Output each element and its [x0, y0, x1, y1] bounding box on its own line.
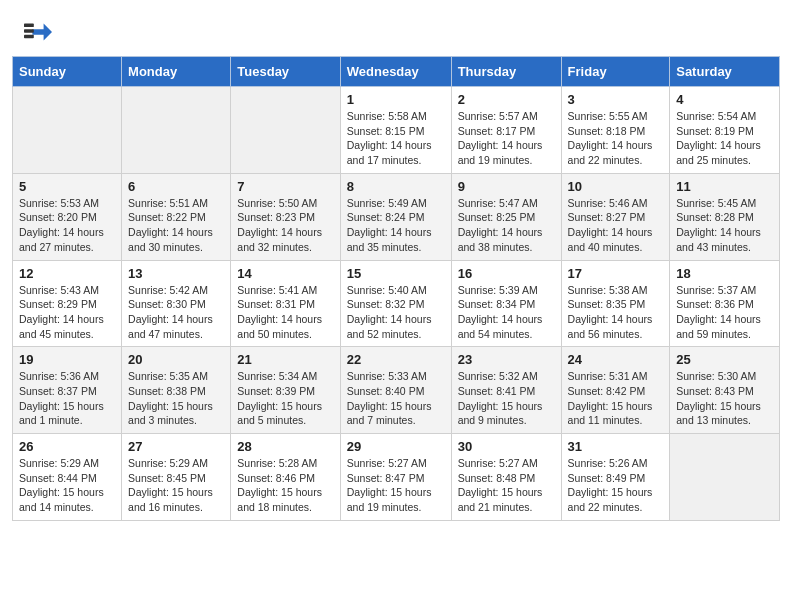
calendar-week-row: 12Sunrise: 5:43 AM Sunset: 8:29 PM Dayli…	[13, 260, 780, 347]
calendar-day-cell: 19Sunrise: 5:36 AM Sunset: 8:37 PM Dayli…	[13, 347, 122, 434]
calendar-day-cell: 16Sunrise: 5:39 AM Sunset: 8:34 PM Dayli…	[451, 260, 561, 347]
calendar-day-cell: 9Sunrise: 5:47 AM Sunset: 8:25 PM Daylig…	[451, 173, 561, 260]
calendar-week-row: 5Sunrise: 5:53 AM Sunset: 8:20 PM Daylig…	[13, 173, 780, 260]
day-number: 26	[19, 439, 115, 454]
svg-rect-4	[24, 35, 34, 39]
day-number: 23	[458, 352, 555, 367]
day-number: 19	[19, 352, 115, 367]
day-info: Sunrise: 5:51 AM Sunset: 8:22 PM Dayligh…	[128, 196, 224, 255]
day-of-week-header: Monday	[122, 57, 231, 87]
calendar-day-cell: 15Sunrise: 5:40 AM Sunset: 8:32 PM Dayli…	[340, 260, 451, 347]
calendar-header: SundayMondayTuesdayWednesdayThursdayFrid…	[13, 57, 780, 87]
calendar-day-cell: 25Sunrise: 5:30 AM Sunset: 8:43 PM Dayli…	[670, 347, 780, 434]
day-info: Sunrise: 5:34 AM Sunset: 8:39 PM Dayligh…	[237, 369, 333, 428]
calendar-day-cell: 27Sunrise: 5:29 AM Sunset: 8:45 PM Dayli…	[122, 434, 231, 521]
day-number: 18	[676, 266, 773, 281]
day-number: 11	[676, 179, 773, 194]
day-number: 3	[568, 92, 664, 107]
day-info: Sunrise: 5:42 AM Sunset: 8:30 PM Dayligh…	[128, 283, 224, 342]
day-number: 8	[347, 179, 445, 194]
day-number: 30	[458, 439, 555, 454]
day-header-row: SundayMondayTuesdayWednesdayThursdayFrid…	[13, 57, 780, 87]
day-number: 9	[458, 179, 555, 194]
calendar-day-cell: 20Sunrise: 5:35 AM Sunset: 8:38 PM Dayli…	[122, 347, 231, 434]
calendar-day-cell	[231, 87, 340, 174]
day-info: Sunrise: 5:58 AM Sunset: 8:15 PM Dayligh…	[347, 109, 445, 168]
day-info: Sunrise: 5:28 AM Sunset: 8:46 PM Dayligh…	[237, 456, 333, 515]
day-number: 6	[128, 179, 224, 194]
calendar-day-cell: 8Sunrise: 5:49 AM Sunset: 8:24 PM Daylig…	[340, 173, 451, 260]
day-info: Sunrise: 5:31 AM Sunset: 8:42 PM Dayligh…	[568, 369, 664, 428]
calendar-day-cell: 5Sunrise: 5:53 AM Sunset: 8:20 PM Daylig…	[13, 173, 122, 260]
calendar-day-cell: 18Sunrise: 5:37 AM Sunset: 8:36 PM Dayli…	[670, 260, 780, 347]
day-number: 29	[347, 439, 445, 454]
day-info: Sunrise: 5:57 AM Sunset: 8:17 PM Dayligh…	[458, 109, 555, 168]
day-info: Sunrise: 5:30 AM Sunset: 8:43 PM Dayligh…	[676, 369, 773, 428]
day-info: Sunrise: 5:50 AM Sunset: 8:23 PM Dayligh…	[237, 196, 333, 255]
day-info: Sunrise: 5:32 AM Sunset: 8:41 PM Dayligh…	[458, 369, 555, 428]
day-of-week-header: Saturday	[670, 57, 780, 87]
svg-marker-1	[32, 24, 52, 41]
calendar-day-cell: 12Sunrise: 5:43 AM Sunset: 8:29 PM Dayli…	[13, 260, 122, 347]
day-info: Sunrise: 5:35 AM Sunset: 8:38 PM Dayligh…	[128, 369, 224, 428]
day-number: 24	[568, 352, 664, 367]
day-info: Sunrise: 5:27 AM Sunset: 8:48 PM Dayligh…	[458, 456, 555, 515]
calendar-day-cell: 11Sunrise: 5:45 AM Sunset: 8:28 PM Dayli…	[670, 173, 780, 260]
logo-icon	[24, 18, 52, 46]
day-info: Sunrise: 5:36 AM Sunset: 8:37 PM Dayligh…	[19, 369, 115, 428]
calendar-day-cell: 29Sunrise: 5:27 AM Sunset: 8:47 PM Dayli…	[340, 434, 451, 521]
day-number: 1	[347, 92, 445, 107]
calendar-day-cell: 26Sunrise: 5:29 AM Sunset: 8:44 PM Dayli…	[13, 434, 122, 521]
day-info: Sunrise: 5:39 AM Sunset: 8:34 PM Dayligh…	[458, 283, 555, 342]
day-number: 10	[568, 179, 664, 194]
day-info: Sunrise: 5:45 AM Sunset: 8:28 PM Dayligh…	[676, 196, 773, 255]
day-info: Sunrise: 5:53 AM Sunset: 8:20 PM Dayligh…	[19, 196, 115, 255]
day-of-week-header: Wednesday	[340, 57, 451, 87]
calendar-wrapper: SundayMondayTuesdayWednesdayThursdayFrid…	[0, 56, 792, 533]
day-number: 5	[19, 179, 115, 194]
calendar-day-cell: 3Sunrise: 5:55 AM Sunset: 8:18 PM Daylig…	[561, 87, 670, 174]
day-number: 17	[568, 266, 664, 281]
day-number: 25	[676, 352, 773, 367]
calendar-week-row: 1Sunrise: 5:58 AM Sunset: 8:15 PM Daylig…	[13, 87, 780, 174]
day-number: 7	[237, 179, 333, 194]
calendar-day-cell: 14Sunrise: 5:41 AM Sunset: 8:31 PM Dayli…	[231, 260, 340, 347]
svg-rect-3	[24, 29, 34, 33]
day-info: Sunrise: 5:26 AM Sunset: 8:49 PM Dayligh…	[568, 456, 664, 515]
day-number: 27	[128, 439, 224, 454]
calendar-day-cell	[122, 87, 231, 174]
day-of-week-header: Thursday	[451, 57, 561, 87]
day-info: Sunrise: 5:55 AM Sunset: 8:18 PM Dayligh…	[568, 109, 664, 168]
day-number: 16	[458, 266, 555, 281]
day-number: 15	[347, 266, 445, 281]
calendar-day-cell: 30Sunrise: 5:27 AM Sunset: 8:48 PM Dayli…	[451, 434, 561, 521]
calendar-table: SundayMondayTuesdayWednesdayThursdayFrid…	[12, 56, 780, 521]
calendar-day-cell: 7Sunrise: 5:50 AM Sunset: 8:23 PM Daylig…	[231, 173, 340, 260]
calendar-day-cell: 22Sunrise: 5:33 AM Sunset: 8:40 PM Dayli…	[340, 347, 451, 434]
day-number: 4	[676, 92, 773, 107]
day-info: Sunrise: 5:40 AM Sunset: 8:32 PM Dayligh…	[347, 283, 445, 342]
calendar-body: 1Sunrise: 5:58 AM Sunset: 8:15 PM Daylig…	[13, 87, 780, 521]
day-number: 31	[568, 439, 664, 454]
day-number: 12	[19, 266, 115, 281]
day-of-week-header: Tuesday	[231, 57, 340, 87]
day-info: Sunrise: 5:29 AM Sunset: 8:44 PM Dayligh…	[19, 456, 115, 515]
day-info: Sunrise: 5:33 AM Sunset: 8:40 PM Dayligh…	[347, 369, 445, 428]
day-info: Sunrise: 5:38 AM Sunset: 8:35 PM Dayligh…	[568, 283, 664, 342]
calendar-day-cell	[13, 87, 122, 174]
calendar-day-cell	[670, 434, 780, 521]
day-info: Sunrise: 5:37 AM Sunset: 8:36 PM Dayligh…	[676, 283, 773, 342]
day-info: Sunrise: 5:43 AM Sunset: 8:29 PM Dayligh…	[19, 283, 115, 342]
day-info: Sunrise: 5:46 AM Sunset: 8:27 PM Dayligh…	[568, 196, 664, 255]
day-info: Sunrise: 5:49 AM Sunset: 8:24 PM Dayligh…	[347, 196, 445, 255]
day-number: 22	[347, 352, 445, 367]
svg-rect-2	[24, 24, 34, 28]
day-info: Sunrise: 5:54 AM Sunset: 8:19 PM Dayligh…	[676, 109, 773, 168]
day-info: Sunrise: 5:27 AM Sunset: 8:47 PM Dayligh…	[347, 456, 445, 515]
logo	[24, 18, 56, 46]
page-header	[0, 0, 792, 56]
day-number: 28	[237, 439, 333, 454]
day-number: 13	[128, 266, 224, 281]
calendar-day-cell: 13Sunrise: 5:42 AM Sunset: 8:30 PM Dayli…	[122, 260, 231, 347]
calendar-week-row: 19Sunrise: 5:36 AM Sunset: 8:37 PM Dayli…	[13, 347, 780, 434]
